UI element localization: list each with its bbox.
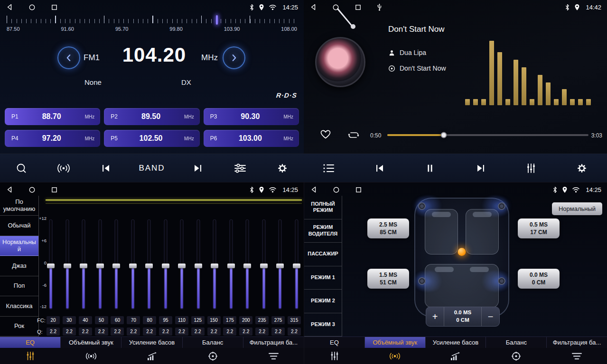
eq-band-slider[interactable] (79, 219, 88, 312)
preset-p5[interactable]: P5 102.50 MHz (104, 130, 199, 147)
tune-down-button[interactable] (57, 46, 80, 69)
progress-bar[interactable] (387, 134, 588, 136)
eq-band-slider[interactable] (112, 219, 121, 312)
eq-slider-thumb[interactable] (195, 264, 202, 268)
mode-item[interactable]: РЕЖИМ 1 (304, 266, 342, 290)
eq-preset-item[interactable]: Классика (0, 296, 38, 316)
scan-icon[interactable] (12, 163, 31, 174)
eq-preset-item[interactable]: Поп (0, 276, 38, 296)
nav-recents-icon[interactable] (355, 186, 362, 193)
increase-delay-button[interactable]: + (426, 307, 444, 326)
settings-gear-icon[interactable] (273, 163, 292, 174)
rear-left-delay[interactable]: 1.5 MS 51 CM (367, 269, 409, 289)
eq-slider-thumb[interactable] (178, 264, 186, 268)
bass-boost-tab-icon[interactable] (121, 348, 182, 364)
nav-back-icon[interactable] (310, 186, 318, 193)
tune-up-button[interactable] (223, 46, 245, 69)
eq-slider-thumb[interactable] (227, 264, 235, 268)
nav-recents-icon[interactable] (51, 186, 58, 193)
eq-slider-thumb[interactable] (47, 264, 55, 268)
bass-boost-tab-icon[interactable] (425, 348, 486, 364)
eq-tab-icon[interactable] (0, 348, 61, 364)
nav-back-icon[interactable] (6, 186, 13, 193)
mode-item[interactable]: ПОЛНЫЙ РЕЖИМ (304, 196, 342, 219)
eq-band-slider[interactable] (227, 219, 235, 312)
rear-right-delay[interactable]: 0.0 MS 0 CM (518, 269, 560, 289)
previous-track-icon[interactable] (370, 163, 389, 174)
eq-band-slider[interactable] (177, 219, 186, 312)
eq-preset-item[interactable]: Обычай (0, 216, 38, 236)
pause-icon[interactable] (420, 163, 439, 173)
filter-tab-icon[interactable] (243, 348, 304, 364)
nav-home-icon[interactable] (332, 4, 339, 11)
eq-slider-thumb[interactable] (293, 264, 300, 268)
eq-slider-thumb[interactable] (129, 264, 137, 268)
eq-band-slider[interactable] (63, 219, 72, 312)
eq-band-slider[interactable] (96, 219, 104, 312)
nav-home-icon[interactable] (28, 4, 36, 11)
preset-p6[interactable]: P6 103.00 MHz (204, 130, 299, 147)
eq-slider-thumb[interactable] (243, 264, 251, 268)
tab-surround[interactable]: Объёмный звук (61, 337, 121, 348)
eq-slider-thumb[interactable] (80, 264, 87, 268)
eq-slider-thumb[interactable] (112, 264, 120, 268)
eq-band-slider[interactable] (194, 219, 203, 312)
eq-preset-item[interactable]: Нормальный (0, 236, 38, 256)
eq-slider-thumb[interactable] (260, 264, 268, 268)
eq-band-slider[interactable] (243, 219, 252, 312)
mode-item[interactable]: РЕЖИМ 2 (304, 290, 342, 313)
front-right-delay[interactable]: 0.5 MS 17 CM (518, 218, 560, 238)
eq-band-slider[interactable] (276, 219, 284, 312)
nav-home-icon[interactable] (28, 186, 36, 193)
nav-recents-icon[interactable] (51, 4, 58, 11)
next-station-icon[interactable] (188, 163, 207, 174)
preset-p2[interactable]: P2 89.50 MHz (104, 108, 199, 125)
eq-settings-icon[interactable] (231, 163, 250, 173)
tab-balance[interactable]: Баланс (183, 337, 243, 348)
front-left-delay[interactable]: 2.5 MS 85 CM (367, 218, 409, 238)
preset-p4[interactable]: P4 97.20 MHz (5, 130, 100, 147)
tab-filter[interactable]: Фильтрация ба... (547, 337, 607, 348)
band-button[interactable]: BAND (139, 164, 165, 173)
eq-slider-thumb[interactable] (211, 264, 218, 268)
eq-band-slider[interactable] (161, 219, 170, 312)
tab-bass-boost[interactable]: Усиление басов (121, 337, 182, 348)
eq-band-slider[interactable] (145, 219, 153, 312)
eq-preset-item[interactable]: По умолчанию (0, 196, 38, 216)
eq-band-slider[interactable] (210, 219, 219, 312)
balance-tab-icon[interactable] (486, 348, 547, 364)
eq-slider-thumb[interactable] (64, 264, 71, 268)
eq-slider-thumb[interactable] (162, 264, 169, 268)
eq-preset-item[interactable]: Джаз (0, 256, 38, 276)
mode-item[interactable]: РЕЖИМ ВОДИТЕЛЯ (304, 219, 342, 243)
eq-band-slider[interactable] (47, 219, 55, 312)
playlist-icon[interactable] (319, 164, 338, 173)
eq-preset-item[interactable]: Рок (0, 317, 38, 337)
nav-back-icon[interactable] (309, 3, 317, 11)
mode-item[interactable]: РЕЖИМ 3 (304, 313, 342, 337)
tab-surround[interactable]: Объёмный звук (365, 337, 426, 348)
surround-tab-icon[interactable] (61, 348, 121, 364)
listening-position-marker[interactable] (458, 248, 466, 256)
nav-recents-icon[interactable] (355, 4, 362, 11)
mixer-icon[interactable] (522, 163, 541, 174)
settings-gear-icon[interactable] (572, 163, 591, 174)
tab-bass-boost[interactable]: Усиление басов (426, 337, 486, 348)
progress-knob[interactable] (440, 132, 447, 138)
nav-home-icon[interactable] (333, 186, 340, 193)
eq-band-slider[interactable] (260, 219, 268, 312)
broadcast-icon[interactable] (54, 163, 73, 173)
eq-tab-icon[interactable] (304, 348, 365, 364)
next-track-icon[interactable] (471, 163, 490, 174)
tab-eq[interactable]: EQ (304, 337, 365, 348)
eq-slider-thumb[interactable] (96, 264, 104, 268)
eq-band-slider[interactable] (292, 219, 301, 312)
preset-p3[interactable]: P3 90.30 MHz (204, 108, 299, 125)
nav-back-icon[interactable] (6, 3, 13, 11)
filter-tab-icon[interactable] (546, 348, 607, 364)
eq-slider-thumb[interactable] (145, 264, 153, 268)
decrease-delay-button[interactable]: − (481, 307, 499, 326)
eq-slider-thumb[interactable] (276, 264, 284, 268)
surround-tab-icon[interactable] (365, 348, 426, 364)
eq-band-slider[interactable] (129, 219, 137, 312)
